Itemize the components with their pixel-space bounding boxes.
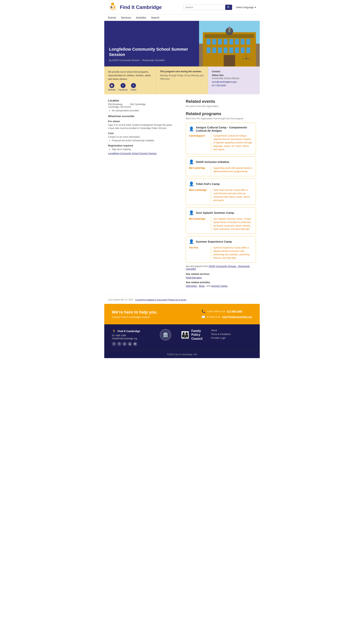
person-icon-4: 👤 <box>189 239 194 244</box>
person-icon-0: 👤 <box>189 127 194 132</box>
info-bar: We provide out of school time programs, … <box>104 66 260 94</box>
nav-events[interactable]: Events <box>108 16 116 19</box>
program-location-4: The Port <box>189 246 211 260</box>
website-label: Website <box>108 89 116 91</box>
see-all-text: See all programs from DHSP Community Sch… <box>186 265 256 270</box>
twitter-link[interactable]: 𝕏 Twitter <box>130 83 136 91</box>
related-activities-label: See related activities <box>186 281 256 284</box>
chevron-down-icon: ▾ <box>254 6 256 9</box>
program-header-1: 👤 DHSP Inclusion Initiative <box>189 160 253 165</box>
neighborhood: Mid Cambridge <box>130 103 146 106</box>
comma-separator-1: , <box>198 285 199 287</box>
call-number-link[interactable]: 617-686-2998 <box>227 310 242 313</box>
program-details-2: West Cambridge Tobin Kids Summer Camp of… <box>189 188 253 202</box>
program-desc-4: Summer Experience Camp offers a weekly t… <box>211 246 253 260</box>
music-link[interactable]: Music <box>199 285 205 287</box>
footer-facebook-icon[interactable]: f <box>112 342 116 346</box>
footer-copyright: ©2020 City of Cambridge, MA <box>104 351 260 358</box>
program-location-link-1[interactable]: Mid Cambridge <box>189 167 205 169</box>
svg-rect-21 <box>241 48 244 53</box>
hero-image <box>199 21 260 66</box>
see-all-prefix: See all programs from <box>186 265 208 268</box>
terms-link[interactable]: Terms & Conditions <box>211 333 252 336</box>
email-label: E-mail us at <box>207 315 220 318</box>
outdated-link[interactable]: Is anything outdated or inaccurate? Plea… <box>135 299 186 301</box>
cta-left: We're here to help you. Contact Find It … <box>112 310 158 318</box>
footer-logo-col: 🏃 Find It Cambridge 617-686-2998 info@fi… <box>112 329 153 346</box>
search-button[interactable]: 🔍 <box>225 5 232 10</box>
svg-rect-12 <box>235 39 239 45</box>
family-label: FamilyPolicyCouncil <box>191 329 202 341</box>
facebook-link[interactable]: f Facebook <box>118 83 128 91</box>
program-desc-text-3: Sun! Splash! Summer Camp - Project based… <box>213 217 253 231</box>
person-icon-2: 👤 <box>189 182 194 187</box>
person-icon-1: 👤 <box>189 160 194 165</box>
svg-rect-17 <box>218 48 222 53</box>
family-text: FamilyPolicyCouncil <box>191 329 202 341</box>
website-link[interactable]: 🏠 Website <box>108 83 116 91</box>
provider-login-link[interactable]: Provider Login <box>211 337 252 339</box>
language-selector[interactable]: Select language ▾ <box>236 6 256 9</box>
address-line1: 359 Broadway <box>108 103 123 106</box>
program-details-4: The Port Summer Experience Camp offers a… <box>189 246 253 260</box>
program-desc-text-0: Campamento Cultural de Amigos explores t… <box>213 134 253 151</box>
cta-title: We're here to help you. <box>112 310 158 315</box>
program-details-0: Cambridgeport Campamento Cultural de Ami… <box>189 134 253 151</box>
footer-cols: 🏃 Find It Cambridge 617-686-2998 info@fi… <box>112 329 252 346</box>
search-input[interactable] <box>184 5 225 10</box>
svg-rect-8 <box>212 39 216 45</box>
footer-twitter-icon[interactable]: 𝕏 <box>117 342 121 346</box>
cta-subtitle: Contact Find It Cambridge anytime. <box>112 316 158 318</box>
footer-linkedin-icon[interactable]: in <box>122 342 127 346</box>
nav-services[interactable]: Services <box>121 16 131 19</box>
footer-instagram-icon[interactable]: ig <box>128 342 132 346</box>
person-icon-3: 👤 <box>189 210 194 215</box>
last-updated: Last updated Mar 16, 2020. Is anything o… <box>104 294 260 304</box>
cost-section: Cost Contact us for more information. Fi… <box>108 132 178 142</box>
internships-link[interactable]: Internships <box>186 285 197 287</box>
program-location-link-2[interactable]: West Cambridge <box>189 189 207 191</box>
program-details-3: Mid Cambridge Sun! Splash! Summer Camp -… <box>189 217 253 231</box>
schedule-detail: Monday through Friday. Every Morning and… <box>160 74 204 81</box>
footer-family-col: 👨‍👩‍👧 FamilyPolicyCouncil <box>178 329 205 341</box>
registration-link[interactable]: Longfellow Community School Summer Sessi… <box>108 152 178 155</box>
hero-title: Longfellow Community School Summer Sessi… <box>109 47 194 58</box>
footer-youtube-icon[interactable]: ▶ <box>133 342 137 346</box>
adult-education-link[interactable]: Adult Education <box>186 276 256 279</box>
program-location-link-4[interactable]: The Port <box>189 246 198 249</box>
cta-email: ✉️ E-mail us at info@finditcambridge.org <box>202 315 252 319</box>
search-container: 🔍 <box>183 5 232 10</box>
nav-search[interactable]: Search <box>151 16 160 19</box>
program-location-3: Mid Cambridge <box>189 217 211 231</box>
cta-bar: We're here to help you. Contact Find It … <box>104 304 260 324</box>
program-name-1: DHSP Inclusion Initiative <box>196 160 229 164</box>
nav-activities[interactable]: Activities <box>136 16 146 19</box>
program-name-3: Sun! Splash! Summer Camp <box>196 211 234 214</box>
about-link[interactable]: About <box>211 329 252 332</box>
program-location-link-3[interactable]: Mid Cambridge <box>189 218 205 220</box>
right-column: Related events No events from this organ… <box>186 99 256 287</box>
program-card-4: 👤 Summer Experience Camp The Port Summer… <box>186 236 256 263</box>
financial-item: Financial Aid and/or Scholarship Availab… <box>112 139 178 142</box>
related-programs-subtitle: More from the organization that brought … <box>186 117 256 120</box>
for-whom-detail1: Ages 5 to 18 and Adult. Grades Kindergar… <box>108 124 178 126</box>
program-name-0: Amigos Cultural Camp - Campamento Cultur… <box>196 126 253 132</box>
program-header-3: 👤 Sun! Splash! Summer Camp <box>189 210 253 215</box>
hero: Longfellow Community School Summer Sessi… <box>104 21 260 66</box>
svg-rect-22 <box>246 48 250 53</box>
svg-rect-14 <box>246 39 250 45</box>
program-card-1: 👤 DHSP Inclusion Initiative Mid Cambridg… <box>186 157 256 176</box>
svg-rect-25 <box>228 27 230 32</box>
main-content: Location 359 Broadway Mid Cambridge Camb… <box>104 94 260 292</box>
contact-email-link[interactable]: ssen@cambridgema.gov <box>212 81 256 83</box>
svg-rect-13 <box>241 39 244 45</box>
email-link[interactable]: info@finditcambridge.org <box>222 315 252 318</box>
program-location-link-0[interactable]: Cambridgeport <box>189 135 205 137</box>
logo-area: 🏃 Find It Cambridge <box>108 2 162 12</box>
summer-camps-link[interactable]: Summer Camps <box>211 285 228 287</box>
twitter-icon: 𝕏 <box>131 83 136 88</box>
accessible-label: Wheelchair accessible <box>108 115 178 118</box>
program-card-3: 👤 Sun! Splash! Summer Camp Mid Cambridge… <box>186 207 256 234</box>
program-desc-3: Sun! Splash! Summer Camp - Project based… <box>211 217 253 231</box>
related-programs-title: Related programs <box>186 111 256 116</box>
